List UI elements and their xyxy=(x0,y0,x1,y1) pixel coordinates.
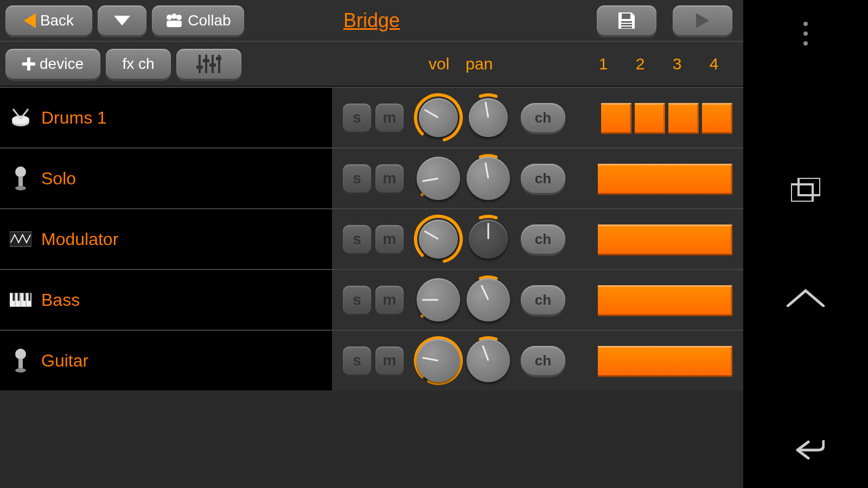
home-icon[interactable] xyxy=(787,288,825,307)
svg-point-36 xyxy=(15,368,26,373)
mute-button[interactable]: m xyxy=(375,164,404,192)
device-label: device xyxy=(40,55,84,73)
back-label: Back xyxy=(40,12,74,29)
mute-button[interactable]: m xyxy=(375,286,404,314)
track-name: Modulator xyxy=(41,229,118,249)
channel-button[interactable]: ch xyxy=(521,285,565,314)
pattern-cell[interactable] xyxy=(598,224,732,254)
fx-channel-button[interactable]: fx ch xyxy=(106,49,171,79)
track-controls: s m ch xyxy=(332,331,743,390)
solo-button[interactable]: s xyxy=(343,164,371,192)
svg-rect-3 xyxy=(167,21,182,27)
solo-button[interactable]: s xyxy=(343,225,371,253)
volume-knob[interactable] xyxy=(413,93,463,143)
mute-button[interactable]: m xyxy=(375,225,404,253)
play-button[interactable] xyxy=(673,5,732,35)
collab-label: Collab xyxy=(188,12,231,29)
volume-knob[interactable] xyxy=(413,336,463,386)
track-controls: s m ch xyxy=(332,88,743,147)
solo-button[interactable]: s xyxy=(343,104,371,132)
pan-knob[interactable] xyxy=(463,153,513,203)
sliders-icon xyxy=(196,55,221,73)
pattern-headers: 1 2 3 4 xyxy=(585,55,732,73)
add-device-button[interactable]: device xyxy=(5,49,100,79)
pattern-cell[interactable] xyxy=(598,346,732,375)
channel-button[interactable]: ch xyxy=(521,103,565,132)
track-header[interactable]: Drums 1 xyxy=(0,88,332,147)
num-4: 4 xyxy=(695,55,732,73)
track-row: Bass s m ch xyxy=(0,269,743,330)
save-button[interactable] xyxy=(597,5,656,35)
svg-point-2 xyxy=(176,15,182,20)
pan-knob[interactable] xyxy=(463,336,513,386)
svg-rect-5 xyxy=(621,21,632,23)
pan-knob[interactable] xyxy=(463,275,513,325)
mute-button[interactable]: m xyxy=(375,346,404,375)
track-controls: s m ch xyxy=(332,209,743,269)
pan-knob[interactable] xyxy=(463,93,513,143)
pattern-cell[interactable] xyxy=(601,103,631,132)
pattern-cell[interactable] xyxy=(668,103,699,132)
subbar: device fx ch vol pan 1 2 3 4 xyxy=(0,41,743,87)
solo-button[interactable]: s xyxy=(343,346,371,375)
dropdown-button[interactable] xyxy=(98,5,146,35)
wave-icon xyxy=(10,228,31,250)
pattern-area xyxy=(598,164,732,193)
song-title[interactable]: Bridge xyxy=(343,9,400,32)
volume-knob[interactable] xyxy=(413,275,463,325)
svg-rect-4 xyxy=(622,14,630,19)
track-name: Drums 1 xyxy=(41,108,107,128)
people-icon xyxy=(165,13,183,28)
channel-button[interactable]: ch xyxy=(521,346,565,375)
svg-rect-27 xyxy=(12,293,15,301)
back-nav-icon[interactable] xyxy=(787,439,825,461)
keys-icon xyxy=(10,289,31,311)
track-controls: s m ch xyxy=(332,149,743,208)
channel-button[interactable]: ch xyxy=(521,224,565,254)
pattern-area xyxy=(601,103,732,132)
num-2: 2 xyxy=(622,55,659,73)
svg-rect-35 xyxy=(18,358,23,368)
track-header[interactable]: Modulator xyxy=(0,209,332,269)
pattern-area xyxy=(598,285,732,314)
menu-dots-icon[interactable] xyxy=(803,22,808,46)
pattern-cell[interactable] xyxy=(598,164,732,193)
svg-rect-30 xyxy=(29,293,31,301)
pattern-cell[interactable] xyxy=(635,103,665,132)
svg-rect-37 xyxy=(791,184,813,202)
svg-rect-17 xyxy=(216,57,221,60)
plus-icon xyxy=(22,57,35,70)
track-header[interactable]: Guitar xyxy=(0,331,332,390)
pan-header: pan xyxy=(465,55,493,73)
pattern-area xyxy=(598,346,732,375)
svg-rect-10 xyxy=(199,55,201,73)
pan-knob[interactable] xyxy=(463,214,513,264)
svg-rect-7 xyxy=(621,27,632,28)
track-name: Solo xyxy=(41,169,76,189)
pattern-cell[interactable] xyxy=(702,103,732,132)
track-name: Bass xyxy=(41,290,80,310)
svg-point-34 xyxy=(15,349,26,359)
drum-icon xyxy=(10,107,31,129)
volume-knob[interactable] xyxy=(413,153,463,203)
channel-button[interactable]: ch xyxy=(521,164,565,193)
volume-knob[interactable] xyxy=(413,214,463,264)
back-button[interactable]: Back xyxy=(5,5,92,35)
svg-point-1 xyxy=(171,14,177,19)
topbar: Back Collab Bridge xyxy=(0,0,743,41)
svg-rect-14 xyxy=(196,66,203,69)
track-header[interactable]: Solo xyxy=(0,149,332,208)
track-row: Solo s m ch xyxy=(0,147,743,208)
svg-rect-16 xyxy=(209,63,216,67)
collab-button[interactable]: Collab xyxy=(152,5,244,35)
track-header[interactable]: Bass xyxy=(0,270,332,330)
track-row: Drums 1 s m ch xyxy=(0,87,743,147)
back-arrow-icon xyxy=(24,13,36,28)
recent-apps-icon[interactable] xyxy=(791,178,820,202)
pattern-cell[interactable] xyxy=(598,285,732,314)
mixer-button[interactable] xyxy=(176,49,241,79)
solo-button[interactable]: s xyxy=(343,286,371,314)
track-controls: s m ch xyxy=(332,270,743,330)
mute-button[interactable]: m xyxy=(375,104,404,132)
system-nav xyxy=(743,0,868,488)
